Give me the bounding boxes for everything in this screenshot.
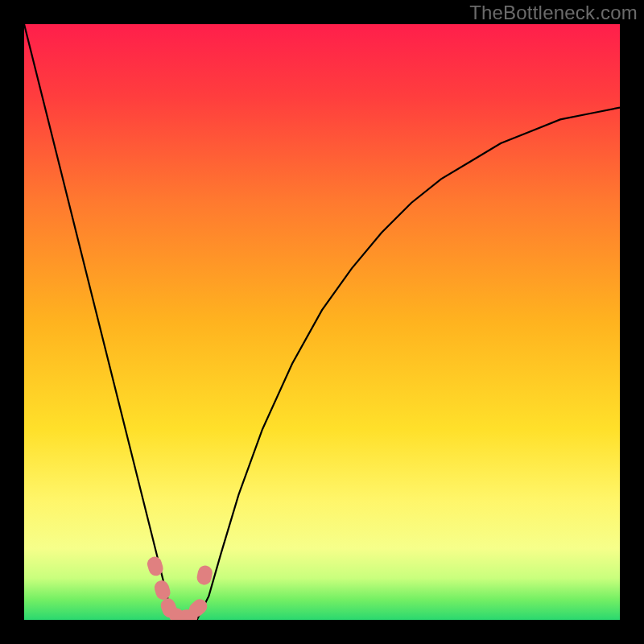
plot-area xyxy=(24,24,620,620)
bottleneck-chart xyxy=(24,24,620,620)
watermark-label: TheBottleneck.com xyxy=(469,2,638,24)
gradient-background xyxy=(24,24,620,620)
chart-frame: TheBottleneck.com xyxy=(0,0,644,644)
